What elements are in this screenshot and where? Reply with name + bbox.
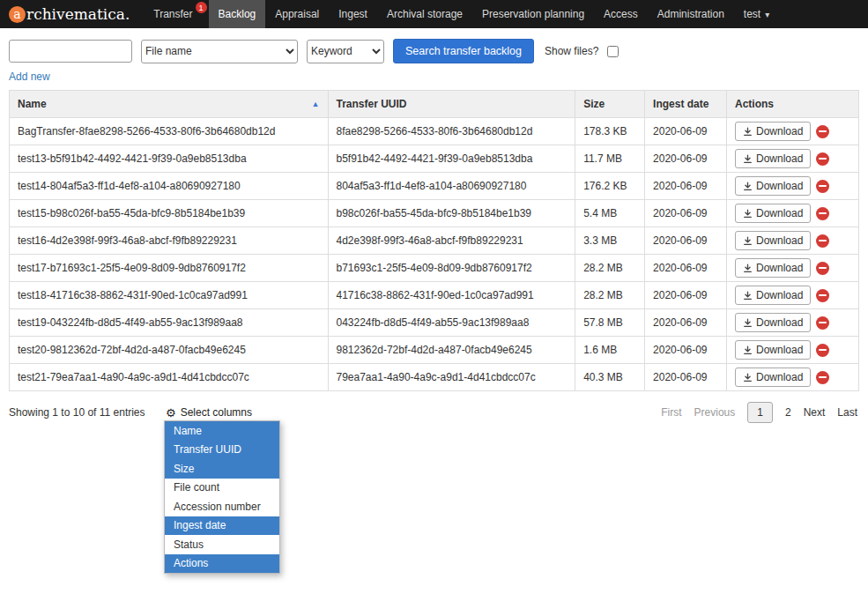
column-header-name[interactable]: Name▲ bbox=[10, 91, 329, 118]
download-button[interactable]: Download bbox=[735, 313, 811, 332]
app-logo[interactable]: archivematica. bbox=[9, 0, 130, 28]
column-header-label: Actions bbox=[735, 98, 774, 110]
download-button[interactable]: Download bbox=[735, 231, 811, 250]
cell-name: test14-804af5a3-ff1d-4ef8-a104-a80690927… bbox=[10, 173, 329, 200]
download-label: Download bbox=[756, 262, 803, 274]
nav-item-preservation-planning[interactable]: Preservation planning bbox=[472, 0, 594, 28]
show-files-toggle[interactable]: Show files? bbox=[545, 43, 621, 60]
cell-size: 28.2 MB bbox=[575, 282, 645, 309]
column-option-status[interactable]: Status bbox=[165, 535, 279, 554]
cell-size: 176.2 KB bbox=[575, 173, 645, 200]
show-files-checkbox[interactable] bbox=[607, 46, 619, 57]
cell-actions: Download bbox=[727, 118, 859, 145]
column-header-size[interactable]: Size bbox=[575, 91, 645, 118]
cell-actions: Download bbox=[727, 309, 859, 337]
add-new-link[interactable]: Add new bbox=[9, 71, 50, 83]
main-navigation: Transfer1BacklogAppraisalIngestArchival … bbox=[144, 0, 779, 28]
download-icon bbox=[743, 264, 753, 273]
page-first[interactable]: First bbox=[661, 406, 681, 419]
remove-icon[interactable] bbox=[816, 180, 829, 193]
download-button[interactable]: Download bbox=[735, 368, 811, 387]
page-previous[interactable]: Previous bbox=[694, 406, 736, 419]
download-icon bbox=[743, 209, 753, 219]
cell-transfer-uuid: 043224fb-d8d5-4f49-ab55-9ac13f989aa8 bbox=[328, 309, 575, 337]
table-row: test17-b71693c1-25f5-4e09-8d09-9db876091… bbox=[10, 255, 859, 282]
nav-item-access[interactable]: Access bbox=[594, 0, 648, 28]
search-type-select[interactable]: Keyword bbox=[307, 40, 384, 63]
column-option-transfer-uuid[interactable]: Transfer UUID bbox=[165, 441, 279, 460]
cell-actions: Download bbox=[727, 145, 859, 173]
download-button[interactable]: Download bbox=[735, 286, 811, 305]
cell-name: test16-4d2e398f-99f3-46a8-abcf-f9fb89229… bbox=[10, 227, 329, 255]
column-option-ingest-date[interactable]: Ingest date bbox=[165, 516, 279, 536]
cell-transfer-uuid: 4d2e398f-99f3-46a8-abcf-f9fb89229231 bbox=[328, 227, 575, 255]
notification-badge: 1 bbox=[196, 2, 207, 13]
remove-icon[interactable] bbox=[816, 207, 829, 220]
table-footer: Showing 1 to 10 of 11 entries ⚙ Select c… bbox=[0, 391, 868, 434]
nav-item-label: Archival storage bbox=[387, 8, 463, 20]
nav-item-archival-storage[interactable]: Archival storage bbox=[377, 0, 472, 28]
column-header-ingest-date[interactable]: Ingest date bbox=[645, 91, 727, 118]
download-button[interactable]: Download bbox=[735, 204, 811, 223]
cell-actions: Download bbox=[727, 173, 859, 200]
search-transfer-backlog-button[interactable]: Search transfer backlog bbox=[393, 39, 534, 63]
download-button[interactable]: Download bbox=[735, 258, 811, 278]
column-option-accession-number[interactable]: Accession number bbox=[165, 497, 279, 516]
remove-icon[interactable] bbox=[816, 289, 829, 302]
nav-item-ingest[interactable]: Ingest bbox=[329, 0, 377, 28]
remove-icon[interactable] bbox=[816, 234, 829, 248]
nav-item-test[interactable]: test▾ bbox=[734, 0, 779, 28]
download-button[interactable]: Download bbox=[735, 122, 811, 141]
remove-icon[interactable] bbox=[816, 125, 829, 138]
download-icon bbox=[743, 236, 753, 246]
nav-item-label: test bbox=[744, 8, 760, 20]
remove-icon[interactable] bbox=[816, 152, 829, 166]
pagination: FirstPrevious12NextLast bbox=[661, 402, 859, 423]
cell-name: test13-b5f91b42-4492-4421-9f39-0a9eb8513… bbox=[10, 145, 329, 173]
gear-icon: ⚙ bbox=[166, 406, 176, 420]
page-1[interactable]: 1 bbox=[747, 402, 773, 423]
nav-item-administration[interactable]: Administration bbox=[648, 0, 734, 28]
page-last[interactable]: Last bbox=[837, 406, 857, 419]
table-row: test20-9812362d-72bf-4d2d-a487-0facb49e6… bbox=[10, 337, 859, 364]
download-button[interactable]: Download bbox=[735, 149, 811, 168]
nav-item-appraisal[interactable]: Appraisal bbox=[265, 0, 329, 28]
nav-item-backlog[interactable]: Backlog bbox=[209, 0, 266, 28]
cell-actions: Download bbox=[727, 200, 859, 227]
download-icon bbox=[743, 318, 753, 328]
search-input[interactable] bbox=[9, 40, 132, 63]
cell-size: 57.8 MB bbox=[575, 309, 645, 337]
download-button[interactable]: Download bbox=[735, 340, 811, 360]
download-button[interactable]: Download bbox=[735, 176, 811, 196]
select-columns-button[interactable]: ⚙ Select columns bbox=[166, 406, 252, 420]
remove-icon[interactable] bbox=[816, 316, 829, 330]
column-option-actions[interactable]: Actions bbox=[165, 554, 279, 574]
table-row: test16-4d2e398f-99f3-46a8-abcf-f9fb89229… bbox=[10, 227, 859, 255]
cell-ingest-date: 2020-06-09 bbox=[645, 364, 727, 391]
cell-ingest-date: 2020-06-09 bbox=[645, 255, 727, 282]
remove-icon[interactable] bbox=[816, 262, 829, 275]
cell-name: test20-9812362d-72bf-4d2d-a487-0facb49e6… bbox=[10, 337, 329, 364]
nav-item-label: Backlog bbox=[219, 8, 256, 20]
cell-size: 178.3 KB bbox=[575, 118, 645, 145]
column-header-transfer-uuid[interactable]: Transfer UUID bbox=[328, 91, 575, 118]
column-option-size[interactable]: Size bbox=[165, 459, 279, 479]
page-next[interactable]: Next bbox=[804, 406, 826, 419]
nav-item-transfer[interactable]: Transfer1 bbox=[144, 0, 208, 28]
download-icon bbox=[743, 127, 753, 137]
cell-ingest-date: 2020-06-09 bbox=[645, 173, 727, 200]
nav-item-label: Transfer bbox=[153, 8, 192, 20]
remove-icon[interactable] bbox=[816, 371, 829, 384]
column-option-file-count[interactable]: File count bbox=[165, 479, 279, 498]
cell-ingest-date: 2020-06-09 bbox=[645, 200, 727, 227]
column-header-actions[interactable]: Actions bbox=[727, 91, 859, 118]
page-2[interactable]: 2 bbox=[785, 406, 791, 419]
column-option-name[interactable]: Name bbox=[165, 421, 279, 441]
cell-ingest-date: 2020-06-09 bbox=[645, 145, 727, 173]
nav-item-label: Appraisal bbox=[275, 8, 319, 20]
nav-item-label: Ingest bbox=[338, 8, 367, 20]
remove-icon[interactable] bbox=[816, 344, 829, 357]
search-field-select[interactable]: File name bbox=[141, 40, 298, 63]
cell-transfer-uuid: 79ea7aa1-4a90-4a9c-a9d1-4d41cbdcc07c bbox=[328, 364, 575, 391]
cell-name: test17-b71693c1-25f5-4e09-8d09-9db876091… bbox=[10, 255, 329, 282]
